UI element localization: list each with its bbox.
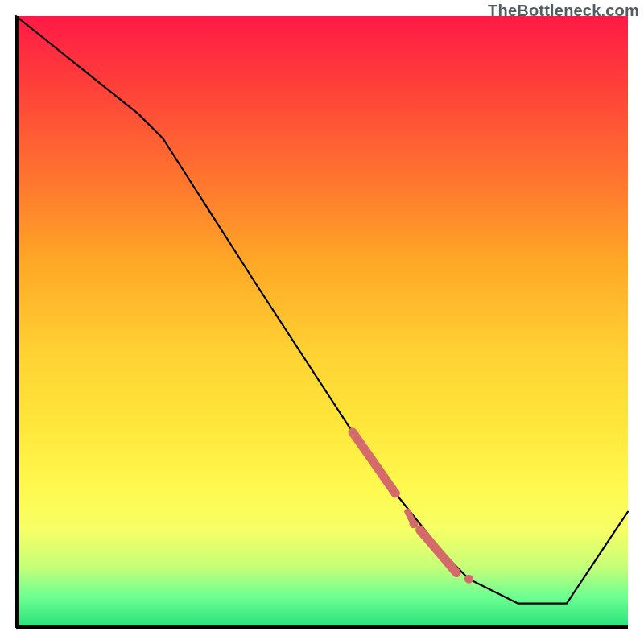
bottleneck-curve	[16, 16, 628, 604]
highlight-segment	[353, 432, 395, 493]
y-axis	[15, 16, 19, 628]
x-axis	[16, 625, 628, 629]
chart-container: TheBottleneck.com	[0, 0, 644, 644]
highlight-point	[410, 519, 419, 528]
plot-area	[16, 16, 628, 628]
highlight-point	[464, 575, 473, 584]
highlight-segment	[420, 530, 457, 572]
highlight-layer	[353, 432, 473, 584]
highlight-point	[391, 489, 400, 497]
chart-svg	[16, 16, 628, 628]
